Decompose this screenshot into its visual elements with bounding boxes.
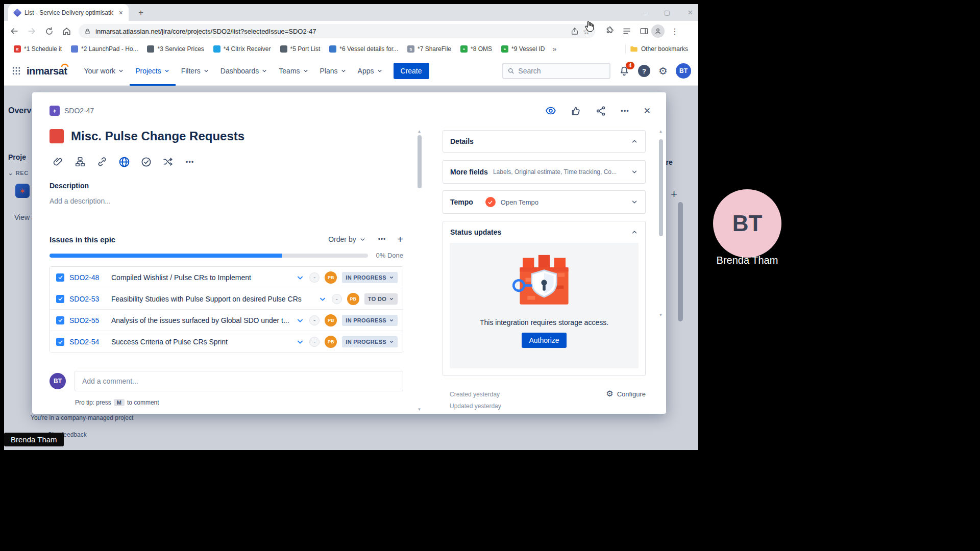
bookmark-item[interactable]: *3 Service Prices bbox=[143, 44, 207, 54]
right-panel-scrollbar[interactable]: ▲ ▼ bbox=[658, 129, 663, 318]
epic-issue-row[interactable]: SDO2-54 Success Criteria of Pulse CRs Sp… bbox=[50, 331, 403, 353]
nav-item[interactable]: Filters bbox=[176, 57, 215, 86]
status-dropdown[interactable]: IN PROGRESS bbox=[342, 336, 398, 347]
epic-issue-row[interactable]: SDO2-55 Analysis of the issues surfaced … bbox=[50, 310, 403, 331]
status-dropdown[interactable]: TO DO bbox=[364, 293, 398, 305]
forward-button[interactable] bbox=[24, 24, 39, 38]
comment-box[interactable] bbox=[75, 371, 403, 391]
open-tempo-button[interactable]: Open Tempo bbox=[501, 198, 538, 206]
workflow-shuffle-icon[interactable] bbox=[159, 154, 177, 170]
web-link-globe-icon[interactable] bbox=[115, 154, 133, 170]
epic-issue-row[interactable]: SDO2-48 Compiled Wishlist / Pulse CRs to… bbox=[50, 267, 403, 288]
assignee-avatar[interactable]: PB bbox=[325, 271, 337, 284]
search-input[interactable] bbox=[518, 67, 605, 75]
issue-key-breadcrumb[interactable]: SDO2-47 bbox=[64, 107, 94, 115]
settings-gear-icon[interactable]: ⚙ bbox=[658, 66, 668, 76]
chevron-down-icon[interactable] bbox=[631, 198, 638, 206]
close-modal-icon[interactable]: ✕ bbox=[644, 106, 651, 116]
more-fields-panel[interactable]: More fields Labels, Original estimate, T… bbox=[443, 160, 646, 184]
reading-list-icon[interactable] bbox=[620, 24, 634, 38]
back-button[interactable] bbox=[7, 24, 21, 38]
description-placeholder[interactable]: Add a description... bbox=[50, 197, 111, 205]
app-switcher-icon[interactable] bbox=[11, 66, 21, 76]
bookmark-item[interactable]: *4 Citrix Receiver bbox=[210, 44, 275, 54]
issue-key-link[interactable]: SDO2-48 bbox=[69, 273, 106, 282]
inmarsat-logo[interactable]: inmarsat bbox=[27, 65, 67, 77]
add-issue-button[interactable]: + bbox=[397, 234, 403, 244]
share-icon[interactable] bbox=[596, 106, 606, 116]
comment-input[interactable] bbox=[82, 377, 396, 385]
like-thumbs-up-icon[interactable] bbox=[571, 106, 581, 116]
user-avatar[interactable]: BT bbox=[676, 63, 691, 79]
reload-button[interactable] bbox=[42, 24, 56, 38]
home-button[interactable] bbox=[59, 24, 74, 38]
bookmark-item[interactable]: » *9 Vessel ID bbox=[498, 44, 548, 54]
estimate-badge[interactable]: - bbox=[309, 337, 320, 347]
scrollbar-thumb[interactable] bbox=[659, 139, 663, 236]
bookmark-item[interactable]: it *1 Schedule it bbox=[10, 44, 65, 54]
estimate-badge[interactable]: - bbox=[332, 294, 342, 304]
tempo-panel[interactable]: Tempo Open Tempo bbox=[443, 190, 646, 214]
task-type-icon bbox=[56, 338, 64, 346]
other-bookmarks[interactable]: Other bookmarks bbox=[625, 44, 692, 54]
notifications-bell-icon[interactable]: 4 bbox=[619, 65, 630, 77]
more-actions-icon[interactable]: ••• bbox=[621, 107, 629, 115]
order-by-dropdown[interactable]: Order by bbox=[328, 235, 365, 243]
window-minimize-button[interactable]: – bbox=[643, 9, 647, 16]
authorize-button[interactable]: Authorize bbox=[522, 333, 566, 348]
attach-icon[interactable] bbox=[50, 154, 67, 170]
window-close-button[interactable]: ✕ bbox=[688, 9, 693, 16]
assignee-avatar[interactable]: PB bbox=[325, 314, 337, 327]
configure-button[interactable]: ⚙ Configure bbox=[606, 390, 646, 398]
chevron-down-icon[interactable] bbox=[631, 168, 638, 176]
nav-item[interactable]: Projects bbox=[130, 57, 176, 86]
checklist-icon[interactable] bbox=[137, 154, 155, 170]
epic-issue-row[interactable]: SDO2-53 Feasibility Studies with Pulse S… bbox=[50, 288, 403, 310]
global-search[interactable] bbox=[502, 63, 610, 79]
estimate-badge[interactable]: - bbox=[309, 315, 320, 325]
new-tab-button[interactable]: + bbox=[135, 7, 147, 19]
watch-eye-icon[interactable] bbox=[545, 105, 556, 116]
browser-profile-avatar[interactable] bbox=[651, 24, 665, 38]
status-dropdown[interactable]: IN PROGRESS bbox=[342, 272, 398, 283]
help-icon[interactable]: ? bbox=[638, 65, 650, 77]
nav-item[interactable]: Plans bbox=[314, 57, 352, 86]
details-panel[interactable]: Details bbox=[443, 130, 646, 153]
add-child-issue-icon[interactable] bbox=[71, 154, 89, 170]
assignee-avatar[interactable]: PB bbox=[347, 293, 359, 305]
assignee-avatar[interactable]: PB bbox=[325, 336, 337, 348]
bookmarks-overflow-icon[interactable]: » bbox=[552, 45, 556, 53]
epic-issues-more-icon[interactable]: ••• bbox=[378, 236, 386, 243]
tab-close-icon[interactable]: × bbox=[117, 9, 125, 17]
bookmark-item[interactable]: S *7 ShareFile bbox=[404, 44, 455, 54]
bookmark-item[interactable]: *5 Port List bbox=[277, 44, 324, 54]
side-panel-icon[interactable] bbox=[637, 24, 651, 38]
link-issue-icon[interactable] bbox=[93, 154, 111, 170]
nav-item[interactable]: Dashboards bbox=[215, 57, 274, 86]
issue-title[interactable]: Misc. Pulse Change Requests bbox=[71, 129, 244, 143]
bookmark-item[interactable]: » *8 OMS bbox=[457, 44, 496, 54]
extensions-icon[interactable] bbox=[602, 24, 617, 38]
browser-tab[interactable]: List - Service Delivery optimisatio × bbox=[8, 4, 129, 21]
issue-key-link[interactable]: SDO2-54 bbox=[69, 338, 106, 346]
issue-key-link[interactable]: SDO2-55 bbox=[69, 316, 106, 324]
estimate-badge[interactable]: - bbox=[309, 272, 320, 283]
status-dropdown[interactable]: IN PROGRESS bbox=[342, 315, 398, 326]
nav-item[interactable]: Your work bbox=[78, 57, 130, 86]
nav-item[interactable]: Teams bbox=[273, 57, 314, 86]
issue-key-link[interactable]: SDO2-53 bbox=[69, 295, 106, 303]
address-bar[interactable]: inmarsat.atlassian.net/jira/core/project… bbox=[79, 24, 595, 38]
window-maximize-button[interactable]: ▢ bbox=[664, 9, 670, 16]
quick-add-more-icon[interactable]: ••• bbox=[181, 154, 199, 170]
share-icon[interactable] bbox=[571, 27, 579, 35]
bookmark-item[interactable]: *6 Vessel details for... bbox=[326, 44, 402, 54]
left-panel-scrollbar[interactable]: ▲ ▼ bbox=[417, 129, 422, 412]
chevron-up-icon[interactable] bbox=[631, 229, 638, 236]
nav-item[interactable]: Apps bbox=[352, 57, 388, 86]
scrollbar-thumb[interactable] bbox=[418, 135, 422, 188]
bookmark-item[interactable]: *2 LaunchPad - Ho... bbox=[67, 44, 141, 54]
chevron-up-icon[interactable] bbox=[631, 138, 638, 145]
browser-menu-icon[interactable]: ⋮ bbox=[668, 24, 682, 38]
issue-breadcrumb[interactable]: SDO2-47 bbox=[50, 106, 94, 116]
create-button[interactable]: Create bbox=[394, 63, 429, 79]
